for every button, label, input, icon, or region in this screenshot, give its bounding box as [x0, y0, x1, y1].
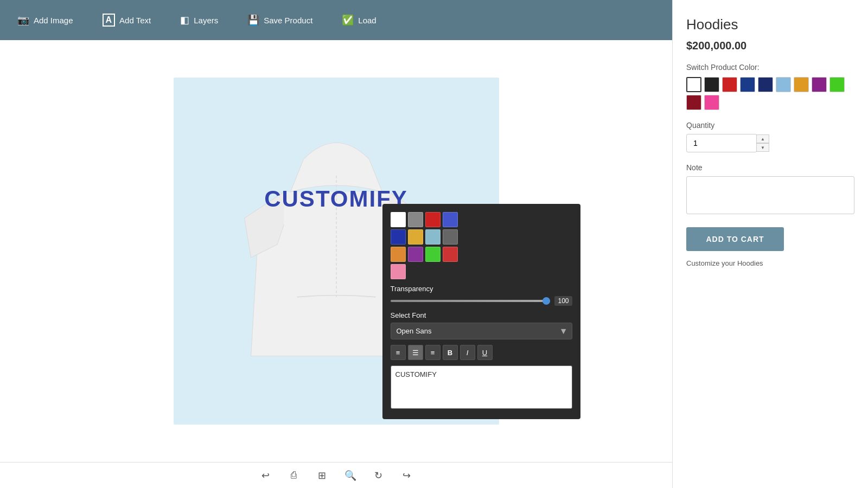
transparency-label: Transparency [391, 285, 572, 293]
color-swatch-green[interactable] [425, 247, 441, 262]
load-label: Load [358, 16, 376, 25]
product-color-light-blue[interactable] [776, 77, 791, 92]
right-sidebar: Hoodies $200,000.00 Switch Product Color… [673, 0, 868, 488]
save-icon: 💾 [247, 14, 259, 26]
color-swatch-grid [391, 212, 572, 279]
color-swatch-light-blue[interactable] [425, 229, 441, 245]
undo-button[interactable]: ↩ [257, 467, 275, 484]
color-swatch-pink[interactable] [391, 264, 406, 279]
product-color-purple[interactable] [812, 77, 827, 92]
align-center-button[interactable]: ☰ [408, 345, 423, 360]
transparency-value: 100 [554, 296, 572, 306]
main-toolbar: 📷 Add Image A Add Text ◧ Layers 💾 Save P… [0, 0, 672, 40]
layers-icon: ◧ [180, 14, 189, 26]
product-color-white[interactable] [686, 77, 701, 92]
product-title: Hoodies [686, 16, 854, 33]
product-color-dark-red[interactable] [686, 95, 701, 110]
color-swatch-gray[interactable] [408, 212, 423, 227]
transparency-slider-row: 100 [391, 296, 572, 306]
color-swatch-dark-red[interactable] [443, 247, 458, 262]
product-color-navy[interactable] [758, 77, 773, 92]
quantity-section: Quantity ▲ ▼ [686, 121, 854, 152]
quantity-arrows: ▲ ▼ [756, 134, 769, 152]
save-product-label: Save Product [264, 16, 312, 25]
font-section: Select Font Open Sans Arial Georgia Time… [391, 311, 572, 339]
product-color-black[interactable] [704, 77, 719, 92]
product-color-orange[interactable] [794, 77, 809, 92]
quantity-field[interactable] [686, 134, 757, 152]
quantity-increment[interactable]: ▲ [756, 134, 769, 143]
add-text-label: Add Text [119, 16, 151, 25]
layers-label: Layers [194, 16, 218, 25]
print-button[interactable]: ⎙ [285, 467, 303, 484]
align-left-button[interactable]: ≡ [391, 345, 406, 360]
product-color-red[interactable] [722, 77, 737, 92]
add-image-label: Add Image [34, 16, 73, 25]
note-label: Note [686, 163, 854, 172]
add-image-icon: 📷 [17, 14, 29, 26]
text-format-row: ≡ ☰ ≡ B I U [391, 345, 572, 360]
color-swatch-purple[interactable] [408, 247, 423, 262]
canvas-container: CUSTOMIFY 🗑 ⧉ 💧 Styling [0, 40, 672, 462]
color-swatch-orange[interactable] [391, 247, 406, 262]
product-color-green[interactable] [829, 77, 845, 92]
customize-label: Customize your Hoodies [686, 259, 854, 267]
color-swatch-navy[interactable] [391, 229, 406, 245]
add-text-icon: A [103, 14, 116, 27]
load-button[interactable]: ✅ Load [335, 10, 382, 30]
add-image-button[interactable]: 📷 Add Image [11, 10, 80, 30]
redo-button[interactable]: ↪ [398, 467, 416, 484]
font-select[interactable]: Open Sans Arial Georgia Times New Roman [391, 323, 572, 339]
color-swatch-dark-gray[interactable] [443, 229, 458, 245]
product-color-pink[interactable] [704, 95, 719, 110]
color-switch-label: Switch Product Color: [686, 63, 854, 72]
zoom-button[interactable]: 🔍 [342, 467, 359, 484]
product-color-dark-blue[interactable] [740, 77, 755, 92]
product-color-options [686, 77, 854, 110]
bottom-toolbar: ↩ ⎙ ⊞ 🔍 ↻ ↪ [0, 462, 672, 488]
transparency-slider[interactable] [391, 300, 551, 302]
color-swatch-white[interactable] [391, 212, 406, 227]
add-to-cart-button[interactable]: ADD TO CART [686, 227, 784, 251]
add-text-button[interactable]: A Add Text [96, 9, 158, 31]
quantity-decrement[interactable]: ▼ [756, 143, 769, 152]
save-product-button[interactable]: 💾 Save Product [241, 10, 319, 30]
transparency-section: Transparency 100 [391, 285, 572, 306]
align-right-button[interactable]: ≡ [425, 345, 441, 360]
product-price: $200,000.00 [686, 40, 854, 52]
underline-button[interactable]: U [477, 345, 493, 360]
grid-button[interactable]: ⊞ [314, 467, 331, 484]
select-font-label: Select Font [391, 311, 572, 319]
italic-button[interactable]: I [460, 345, 475, 360]
canvas-background: CUSTOMIFY 🗑 ⧉ 💧 Styling [174, 78, 499, 425]
layers-button[interactable]: ◧ Layers [174, 10, 225, 30]
note-textarea[interactable] [686, 176, 854, 214]
quantity-label: Quantity [686, 121, 854, 130]
quantity-input-group: ▲ ▼ [686, 134, 854, 152]
note-section: Note [686, 163, 854, 216]
bold-button[interactable]: B [443, 345, 458, 360]
text-editor[interactable] [391, 365, 572, 409]
color-swatch-red[interactable] [425, 212, 441, 227]
refresh-button[interactable]: ↻ [370, 467, 387, 484]
color-swatch-yellow[interactable] [408, 229, 423, 245]
load-icon: ✅ [342, 14, 354, 26]
styling-panel: Transparency 100 Select Font [382, 204, 580, 419]
color-swatch-blue[interactable] [443, 212, 458, 227]
